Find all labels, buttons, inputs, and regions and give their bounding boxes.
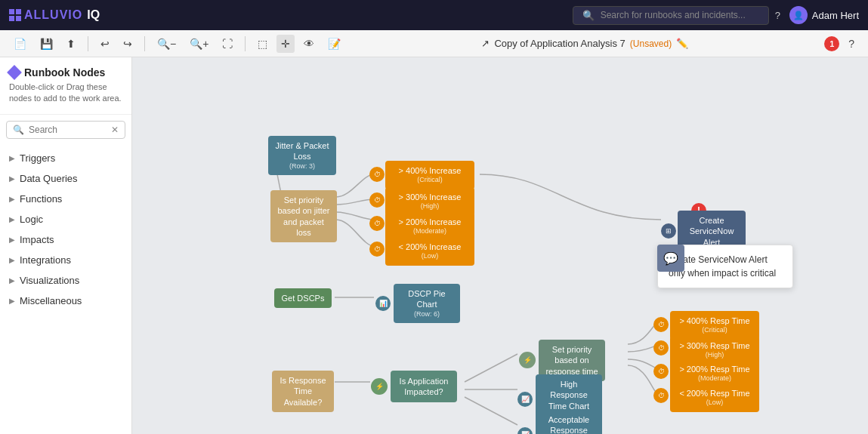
toolbar-separator-1 [88, 36, 88, 51]
node-label: < 200% Increase [399, 242, 462, 252]
main-layout: Runbook Nodes Double-click or Drag these… [0, 57, 868, 434]
sidebar-search-clear-button[interactable]: ✕ [111, 125, 119, 135]
sidebar-item-data-queries[interactable]: ▶ Data Queries [0, 168, 131, 189]
node-sub: (High) [399, 202, 462, 211]
flow-icon: ↗ [481, 38, 490, 49]
logo-alluvio: ALLUVIO [24, 8, 82, 22]
sidebar-item-label: Impacts [20, 234, 54, 245]
sidebar-nav: ▶ Triggers ▶ Data Queries ▶ Functions ▶ … [0, 145, 131, 314]
sidebar-item-label: Functions [20, 193, 62, 205]
connector-200: ⏱ [369, 216, 385, 231]
sidebar-item-impacts[interactable]: ▶ Impacts [0, 229, 131, 250]
undo-button[interactable]: ↩ [96, 35, 114, 53]
chevron-right-icon: ▶ [9, 276, 15, 285]
toolbar-separator-2 [144, 36, 145, 51]
dscp-container: 📊 DSCP Pie Chart (Row: 6) [375, 284, 460, 323]
sidebar-item-label: Logic [20, 214, 43, 225]
node-label: > 300% Increase [399, 192, 462, 202]
diamond-icon [7, 65, 22, 80]
fit-button[interactable]: ⛶ [218, 35, 237, 53]
node-label: > 200% Increase [399, 217, 462, 227]
chevron-right-icon: ▶ [9, 154, 15, 162]
help-toolbar-button[interactable]: ? [844, 35, 859, 53]
user-avatar: 👤 [789, 6, 808, 24]
acceptable-response-container: 📈 Acceptable Response Time Chart (Row: 2… [517, 410, 602, 434]
new-button[interactable]: 📄 [9, 35, 31, 53]
sidebar-item-label: Triggers [20, 152, 55, 164]
node-sub: (Critical) [679, 326, 749, 335]
node-label: High Response Time Chart [542, 379, 596, 411]
user-badge[interactable]: 👤 Adam Hert [789, 6, 859, 24]
sidebar-item-visualizations[interactable]: ▶ Visualizations [0, 270, 131, 291]
eye-button[interactable]: 👁 [299, 35, 319, 53]
sidebar-item-label: Visualizations [20, 275, 79, 286]
node-sub: (Critical) [399, 176, 462, 185]
search-icon: 🔍 [582, 10, 595, 21]
sidebar-search-input[interactable] [29, 125, 107, 135]
node-label: Get DSCPs [282, 293, 325, 303]
dscp-pie-chart-node[interactable]: DSCP Pie Chart (Row: 6) [394, 284, 460, 323]
select-button[interactable]: ⬚ [253, 35, 272, 53]
sidebar-title-row: Runbook Nodes [9, 66, 122, 78]
chevron-right-icon: ▶ [9, 297, 15, 305]
node-label: > 400% Increase [399, 165, 462, 176]
sidebar-item-miscellaneous[interactable]: ▶ Miscellaneous [0, 291, 131, 311]
canvas[interactable]: Jitter & Packet Loss (Row: 3) Set priori… [132, 57, 868, 434]
zoom-in-button[interactable]: 🔍+ [185, 35, 213, 53]
redo-button[interactable]: ↪ [119, 35, 137, 53]
save-button[interactable]: 💾 [36, 35, 57, 53]
sidebar-item-label: Miscellaneous [20, 295, 82, 306]
logo-grid-icon [9, 9, 21, 21]
connector-300: ⏱ [369, 192, 385, 208]
sidebar-item-integrations[interactable]: ▶ Integrations [0, 250, 131, 270]
resp-connector-400: ⏱ [653, 317, 669, 332]
chevron-right-icon: ▶ [9, 195, 15, 203]
global-search[interactable]: 🔍 Search for runbooks and incidents... [573, 6, 769, 25]
set-priority-jitter-node[interactable]: Set priority based on jitter and packet … [270, 190, 337, 242]
edit-title-icon[interactable]: ✏️ [676, 38, 688, 49]
node-label: Set priority based on jitter and packet … [276, 195, 331, 238]
unsaved-badge: (Unsaved) [630, 38, 672, 49]
resp-less200-node[interactable]: < 200% Resp Time (Low) [670, 383, 759, 412]
get-dscps-node[interactable]: Get DSCPs [274, 288, 332, 308]
sidebar: Runbook Nodes Double-click or Drag these… [0, 57, 132, 434]
jitter-packet-loss-node[interactable]: Jitter & Packet Loss (Row: 3) [268, 136, 336, 175]
node-label: < 200% Resp Time [679, 388, 749, 399]
servicenow-connector: ⊞ [661, 223, 676, 239]
is-app-impacted-node[interactable]: Is Application Impacted? [391, 371, 457, 402]
node-label: Create ServiceNow Alert [684, 215, 740, 248]
toolbar: 📄 💾 ⬆ ↩ ↪ 🔍− 🔍+ ⛶ ⬚ ✛ 👁 📝 ↗ Copy of Appl… [0, 30, 868, 57]
increase-400-node[interactable]: > 400% Increase (Critical) [385, 161, 474, 189]
move-button[interactable]: ✛ [276, 35, 295, 53]
increase-less200-node[interactable]: < 200% Increase (Low) [385, 237, 474, 266]
sidebar-search-container[interactable]: 🔍 ✕ [6, 121, 125, 139]
logo[interactable]: ALLUVIO IQ [9, 8, 100, 22]
node-sub: (Moderate) [679, 374, 749, 383]
topbar-icons: ? 👤 Adam Hert [775, 6, 859, 24]
high-resp-connector: 📈 [517, 392, 533, 407]
help-icon[interactable]: ? [775, 10, 780, 21]
chevron-right-icon: ▶ [9, 174, 15, 183]
resp-connector-200: ⏱ [653, 364, 669, 379]
sidebar-item-logic[interactable]: ▶ Logic [0, 209, 131, 229]
node-label: > 400% Resp Time [679, 315, 749, 326]
annotate-button[interactable]: 📝 [323, 35, 345, 53]
zoom-out-button[interactable]: 🔍− [153, 35, 181, 53]
acceptable-response-chart-node[interactable]: Acceptable Response Time Chart (Row: 2) [536, 410, 602, 434]
logo-iq: IQ [87, 8, 100, 22]
sidebar-header: Runbook Nodes Double-click or Drag these… [0, 57, 131, 115]
tooltip-text: Create ServiceNow Alert only when impact… [669, 253, 782, 280]
chevron-right-icon: ▶ [9, 215, 15, 223]
connector-400: ⏱ [369, 167, 385, 182]
sidebar-item-label: Integrations [20, 254, 71, 266]
sidebar-item-functions[interactable]: ▶ Functions [0, 189, 131, 209]
resp-connector-300: ⏱ [653, 340, 669, 356]
error-badge[interactable]: 1 [824, 36, 839, 51]
node-label: > 200% Resp Time [679, 364, 749, 374]
export-button[interactable]: ⬆ [62, 35, 80, 53]
toolbar-title-area: ↗ Copy of Application Analysis 7 (Unsave… [350, 38, 820, 49]
chevron-right-icon: ▶ [9, 256, 15, 264]
sidebar-item-triggers[interactable]: ▶ Triggers [0, 148, 131, 168]
is-response-available-node[interactable]: Is Response Time Available? [272, 371, 334, 412]
app-impacted-connector: ⚡ [371, 378, 388, 395]
